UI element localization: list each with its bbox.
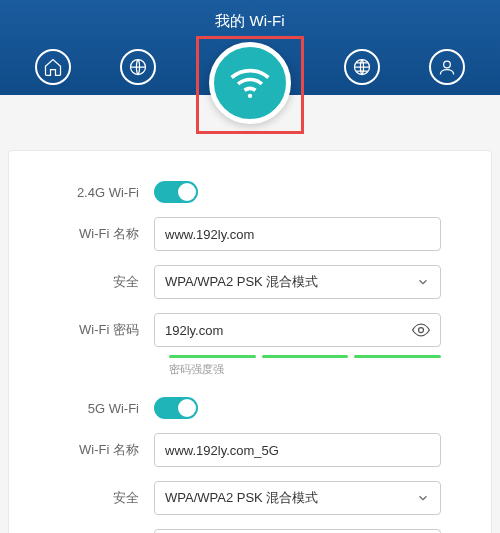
band24-toggle[interactable] — [154, 181, 198, 203]
band5-security-select[interactable]: WPA/WPA2 PSK 混合模式 — [154, 481, 441, 515]
user-icon[interactable] — [429, 49, 465, 85]
wifi-tab-icon[interactable] — [209, 42, 291, 124]
band5-enable-label: 5G Wi-Fi — [59, 401, 154, 416]
band24-name-input[interactable] — [154, 217, 441, 251]
band5-name-input[interactable] — [154, 433, 441, 467]
band24-security-value: WPA/WPA2 PSK 混合模式 — [165, 273, 318, 291]
band24-password-input[interactable] — [154, 313, 441, 347]
header-bar: 我的 Wi-Fi — [0, 0, 500, 95]
band5-toggle[interactable] — [154, 397, 198, 419]
band24-password-label: Wi-Fi 密码 — [59, 321, 154, 339]
band24-security-select[interactable]: WPA/WPA2 PSK 混合模式 — [154, 265, 441, 299]
globe-icon[interactable] — [120, 49, 156, 85]
band5-password-input[interactable] — [154, 529, 441, 533]
chevron-down-icon — [416, 491, 430, 505]
strength-label: 密码强度强 — [169, 362, 441, 377]
home-icon[interactable] — [35, 49, 71, 85]
network-icon[interactable] — [344, 49, 380, 85]
svg-point-4 — [419, 328, 424, 333]
svg-point-3 — [248, 94, 252, 98]
band24-strength: 密码强度强 — [169, 355, 441, 377]
page-title: 我的 Wi-Fi — [0, 0, 500, 31]
svg-point-2 — [444, 61, 451, 68]
band24-name-label: Wi-Fi 名称 — [59, 225, 154, 243]
band5-security-label: 安全 — [59, 489, 154, 507]
chevron-down-icon — [416, 275, 430, 289]
band5-security-value: WPA/WPA2 PSK 混合模式 — [165, 489, 318, 507]
band5-name-label: Wi-Fi 名称 — [59, 441, 154, 459]
eye-icon[interactable] — [411, 320, 431, 340]
settings-panel: 2.4G Wi-Fi Wi-Fi 名称 安全 WPA/WPA2 PSK 混合模式… — [8, 150, 492, 533]
strength-bar — [354, 355, 441, 358]
band24-security-label: 安全 — [59, 273, 154, 291]
band24-enable-label: 2.4G Wi-Fi — [59, 185, 154, 200]
strength-bar — [169, 355, 256, 358]
strength-bar — [262, 355, 349, 358]
